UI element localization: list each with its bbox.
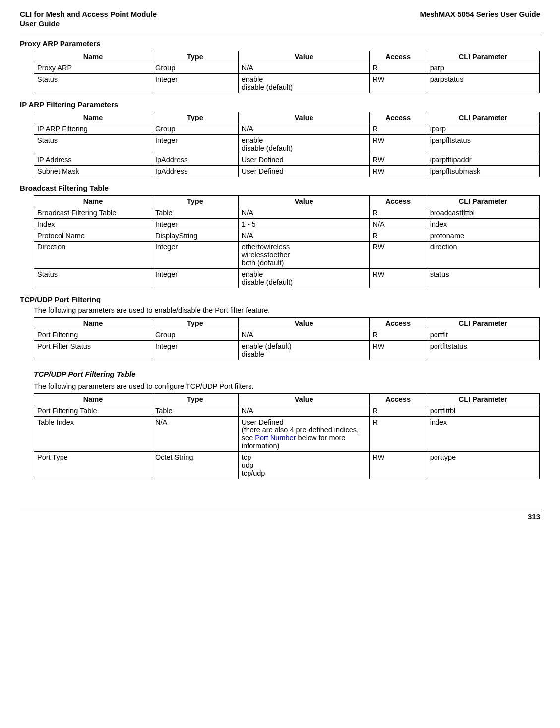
cell-value: enabledisable (default) bbox=[238, 73, 370, 93]
cell-type: Integer bbox=[152, 73, 238, 93]
cell-type: Group bbox=[152, 123, 238, 134]
cell-access: R bbox=[370, 62, 427, 73]
cell-value: enabledisable (default) bbox=[238, 268, 370, 288]
col-cli: CLI Parameter bbox=[427, 317, 539, 329]
cell-cli: parpstatus bbox=[427, 73, 539, 93]
cell-access: RW bbox=[370, 165, 427, 177]
cell-cli: protoname bbox=[427, 230, 539, 241]
cell-type: Integer bbox=[152, 241, 238, 268]
cell-name: Direction bbox=[34, 241, 152, 268]
table-row: Status Integer enabledisable (default) R… bbox=[34, 134, 540, 154]
cell-cli: iparp bbox=[427, 123, 539, 134]
heading-tcpudp-port-filtering-table: TCP/UDP Port Filtering Table bbox=[34, 370, 540, 378]
cell-type: Integer bbox=[152, 340, 238, 360]
cell-cli: broadcastflttbl bbox=[427, 207, 539, 218]
intro-tcpudp-port-filtering-table: The following parameters are used to con… bbox=[34, 382, 540, 390]
cell-cli: direction bbox=[427, 241, 539, 268]
heading-proxy-arp: Proxy ARP Parameters bbox=[20, 39, 540, 48]
cell-value: enabledisable (default) bbox=[238, 134, 370, 154]
cell-value: N/A bbox=[238, 329, 370, 340]
table-row: Index Integer 1 - 5 N/A index bbox=[34, 218, 540, 230]
cell-type: Integer bbox=[152, 268, 238, 288]
cell-cli: portfltstatus bbox=[427, 340, 539, 360]
cell-access: RW bbox=[370, 73, 427, 93]
cell-name: Broadcast Filtering Table bbox=[34, 207, 152, 218]
header-right: MeshMAX 5054 Series User Guide bbox=[420, 10, 540, 18]
header-left-line2: User Guide bbox=[20, 19, 60, 28]
cell-value: enable (default)disable bbox=[238, 340, 370, 360]
cell-value: N/A bbox=[238, 62, 370, 73]
col-access: Access bbox=[370, 317, 427, 329]
cell-cli: portflt bbox=[427, 329, 539, 340]
cell-name: IP Address bbox=[34, 154, 152, 165]
table-header-row: Name Type Value Access CLI Parameter bbox=[34, 112, 540, 123]
cell-name: IP ARP Filtering bbox=[34, 123, 152, 134]
header-left: CLI for Mesh and Access Point Module Use… bbox=[20, 10, 157, 29]
col-value: Value bbox=[238, 317, 370, 329]
cell-name: Protocol Name bbox=[34, 230, 152, 241]
page-number: 313 bbox=[528, 512, 540, 521]
cell-name: Status bbox=[34, 268, 152, 288]
col-type: Type bbox=[152, 393, 238, 405]
col-cli: CLI Parameter bbox=[427, 51, 539, 62]
col-value: Value bbox=[238, 112, 370, 123]
cell-value: tcpudptcp/udp bbox=[238, 451, 370, 479]
table-broadcast-filtering: Name Type Value Access CLI Parameter Bro… bbox=[34, 195, 540, 288]
col-name: Name bbox=[34, 317, 152, 329]
table-header-row: Name Type Value Access CLI Parameter bbox=[34, 51, 540, 62]
table-row: Direction Integer ethertowirelesswireles… bbox=[34, 241, 540, 268]
cell-type: Integer bbox=[152, 218, 238, 230]
cell-cli: index bbox=[427, 416, 539, 451]
cell-type: Table bbox=[152, 207, 238, 218]
cell-access: RW bbox=[370, 268, 427, 288]
cell-name: Port Type bbox=[34, 451, 152, 479]
table-row: Subnet Mask IpAddress User Defined RW ip… bbox=[34, 165, 540, 177]
col-cli: CLI Parameter bbox=[427, 195, 539, 207]
cell-cli: status bbox=[427, 268, 539, 288]
table-row: Status Integer enabledisable (default) R… bbox=[34, 268, 540, 288]
cell-cli: iparpfltipaddr bbox=[427, 154, 539, 165]
table-row: Status Integer enabledisable (default) R… bbox=[34, 73, 540, 93]
cell-name: Status bbox=[34, 73, 152, 93]
cell-type: IpAddress bbox=[152, 165, 238, 177]
cell-type: Group bbox=[152, 62, 238, 73]
heading-ip-arp-filtering: IP ARP Filtering Parameters bbox=[20, 100, 540, 109]
cell-name: Index bbox=[34, 218, 152, 230]
page-footer: 313 bbox=[20, 509, 540, 521]
table-row: Proxy ARP Group N/A R parp bbox=[34, 62, 540, 73]
heading-tcpudp-port-filtering: TCP/UDP Port Filtering bbox=[20, 295, 540, 303]
cell-name: Table Index bbox=[34, 416, 152, 451]
col-name: Name bbox=[34, 112, 152, 123]
col-name: Name bbox=[34, 195, 152, 207]
cell-access: RW bbox=[370, 241, 427, 268]
col-value: Value bbox=[238, 393, 370, 405]
cell-access: R bbox=[370, 329, 427, 340]
cell-cli: iparpfltsubmask bbox=[427, 165, 539, 177]
table-row: Port Filtering Table Table N/A R portflt… bbox=[34, 405, 540, 416]
table-tcpudp-port-filtering-table: Name Type Value Access CLI Parameter Por… bbox=[34, 393, 540, 479]
cell-access: RW bbox=[370, 340, 427, 360]
cell-value: N/A bbox=[238, 207, 370, 218]
col-value: Value bbox=[238, 51, 370, 62]
col-type: Type bbox=[152, 112, 238, 123]
cell-name: Status bbox=[34, 134, 152, 154]
header-rule bbox=[20, 32, 540, 32]
table-header-row: Name Type Value Access CLI Parameter bbox=[34, 195, 540, 207]
cell-name: Port Filtering bbox=[34, 329, 152, 340]
col-access: Access bbox=[370, 195, 427, 207]
col-cli: CLI Parameter bbox=[427, 393, 539, 405]
col-name: Name bbox=[34, 51, 152, 62]
cell-value: N/A bbox=[238, 230, 370, 241]
cell-access: N/A bbox=[370, 218, 427, 230]
table-proxy-arp: Name Type Value Access CLI Parameter Pro… bbox=[34, 51, 540, 93]
table-row: IP ARP Filtering Group N/A R iparp bbox=[34, 123, 540, 134]
intro-tcpudp-port-filtering: The following parameters are used to ena… bbox=[34, 306, 540, 314]
heading-broadcast-filtering: Broadcast Filtering Table bbox=[20, 184, 540, 192]
cell-value: User Defined bbox=[238, 154, 370, 165]
cell-access: RW bbox=[370, 154, 427, 165]
table-row: Table Index N/A User Defined(there are a… bbox=[34, 416, 540, 451]
table-header-row: Name Type Value Access CLI Parameter bbox=[34, 393, 540, 405]
port-number-link[interactable]: Port Number bbox=[255, 434, 296, 442]
cell-cli: index bbox=[427, 218, 539, 230]
cell-value: N/A bbox=[238, 123, 370, 134]
